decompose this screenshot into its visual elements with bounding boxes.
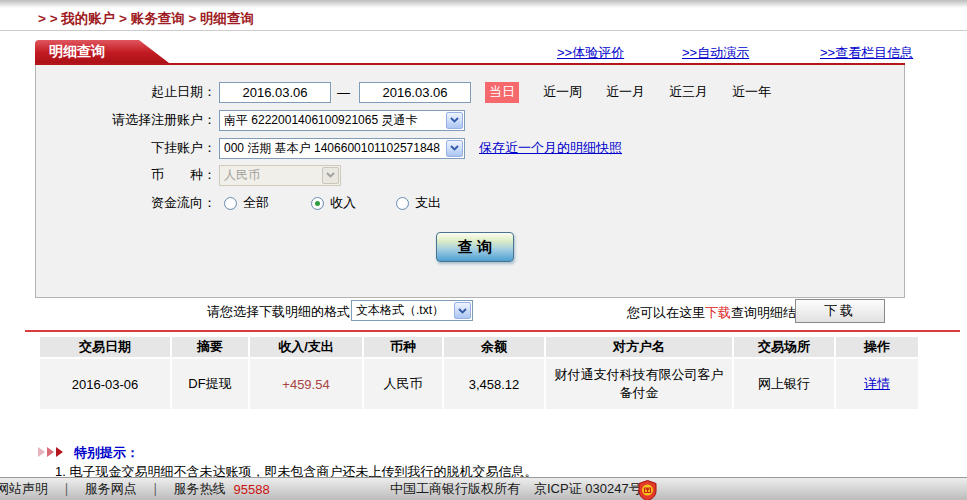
table-header-row: 交易日期 摘要 收入/支出 币种 余额 对方户名 交易场所 操作 bbox=[40, 337, 918, 357]
query-form-panel: 起止日期： — 当日 近一周 近一月 近三月 近一年 请选择注册账户： 南平 6… bbox=[35, 65, 905, 298]
register-account-row: 请选择注册账户： 南平 6222001406100921065 灵通卡 bbox=[36, 109, 465, 131]
col-header-balance: 余额 bbox=[444, 337, 544, 357]
cell-summary: DF提现 bbox=[172, 359, 248, 409]
radio-unchecked-icon bbox=[224, 197, 237, 210]
cell-counterparty: 财付通支付科技有限公司客户备付金 bbox=[546, 359, 732, 409]
download-button[interactable]: 下载 bbox=[795, 299, 885, 323]
footer-link-branches[interactable]: 服务网点 bbox=[85, 480, 137, 498]
divider bbox=[0, 30, 967, 31]
link-auto-demo[interactable]: >>自动演示 bbox=[682, 44, 749, 62]
cell-date: 2016-03-06 bbox=[40, 359, 170, 409]
footer-hotline-label: 服务热线 bbox=[173, 480, 225, 498]
cell-amount: +459.54 bbox=[250, 359, 362, 409]
date-separator: — bbox=[337, 85, 350, 100]
register-account-value: 南平 6222001406100921065 灵通卡 bbox=[220, 112, 445, 129]
download-format-value: 文本格式（.txt） bbox=[352, 302, 453, 319]
register-account-select[interactable]: 南平 6222001406100921065 灵通卡 bbox=[219, 110, 465, 131]
footer-hotline-number: 95588 bbox=[233, 482, 269, 497]
cell-currency: 人民币 bbox=[364, 359, 442, 409]
footer-separator: ｜ bbox=[149, 480, 162, 498]
date-range-label: 起止日期： bbox=[36, 83, 216, 101]
col-header-date: 交易日期 bbox=[40, 337, 170, 357]
flow-option-income[interactable]: 收入 bbox=[311, 194, 356, 212]
fund-flow-row: 资金流向： 全部 收入 支出 bbox=[36, 192, 441, 214]
transaction-table: 交易日期 摘要 收入/支出 币种 余额 对方户名 交易场所 操作 2016-03… bbox=[38, 335, 920, 411]
snapshot-link[interactable]: 保存近一个月的明细快照 bbox=[479, 139, 622, 157]
cell-balance: 3,458.12 bbox=[444, 359, 544, 409]
download-hint-emphasis: 下载 bbox=[705, 305, 731, 320]
sub-account-label: 下挂账户： bbox=[36, 139, 216, 157]
radio-checked-icon bbox=[311, 197, 324, 210]
range-last-week[interactable]: 近一周 bbox=[543, 83, 582, 101]
fund-flow-label: 资金流向： bbox=[36, 194, 216, 212]
breadcrumb: > > 我的账户 > 账务查询 > 明细查询 bbox=[38, 10, 254, 28]
col-header-currency: 币种 bbox=[364, 337, 442, 357]
notice-title: 特别提示： bbox=[74, 444, 139, 462]
footer-separator: ｜ bbox=[60, 480, 73, 498]
notice-arrows-icon bbox=[38, 447, 65, 457]
date-from-input[interactable] bbox=[219, 82, 331, 103]
sub-account-row: 下挂账户： 000 活期 基本户 1406600101102571848 保存近… bbox=[36, 137, 622, 159]
cell-action: 详情 bbox=[836, 359, 918, 409]
link-view-column-info[interactable]: >>查看栏目信息 bbox=[820, 44, 913, 62]
download-format-select[interactable]: 文本格式（.txt） bbox=[351, 300, 473, 321]
range-today-button[interactable]: 当日 bbox=[485, 82, 519, 103]
chevron-down-icon bbox=[454, 302, 471, 319]
currency-select-disabled: 人民币 bbox=[219, 165, 341, 186]
footer-center: 中国工商银行版权所有 京ICP证 030247号 bbox=[390, 480, 642, 498]
radio-unchecked-icon bbox=[396, 197, 409, 210]
footer-copyright: 中国工商银行版权所有 bbox=[390, 480, 520, 498]
col-header-amount: 收入/支出 bbox=[250, 337, 362, 357]
detail-link[interactable]: 详情 bbox=[864, 376, 890, 391]
download-hint-prefix: 您可以在这里 bbox=[627, 305, 705, 320]
date-range-row: 起止日期： — 当日 近一周 近一月 近三月 近一年 bbox=[36, 81, 771, 103]
flow-option-all[interactable]: 全部 bbox=[224, 194, 269, 212]
col-header-channel: 交易场所 bbox=[734, 337, 834, 357]
query-button[interactable]: 查 询 bbox=[436, 232, 514, 262]
chevron-down-icon bbox=[322, 167, 339, 184]
download-hint: 您可以在这里下载查询明细结果 bbox=[627, 304, 809, 322]
table-top-rule bbox=[25, 330, 960, 332]
top-gradient bbox=[0, 0, 967, 8]
date-to-input[interactable] bbox=[359, 82, 471, 103]
sub-account-select[interactable]: 000 活期 基本户 1406600101102571848 bbox=[219, 138, 465, 159]
download-format-label: 请您选择下载明细的格式 bbox=[100, 303, 350, 321]
chevron-down-icon bbox=[446, 112, 463, 129]
footer-icp: 京ICP证 030247号 bbox=[534, 480, 642, 498]
cell-channel: 网上银行 bbox=[734, 359, 834, 409]
range-last-month[interactable]: 近一月 bbox=[606, 83, 645, 101]
range-last-year[interactable]: 近一年 bbox=[732, 83, 771, 101]
col-header-summary: 摘要 bbox=[172, 337, 248, 357]
flow-option-expense[interactable]: 支出 bbox=[396, 194, 441, 212]
register-account-label: 请选择注册账户： bbox=[36, 111, 216, 129]
link-experience-rating[interactable]: >>体验评价 bbox=[557, 44, 624, 62]
tab-detail-query[interactable]: 明细查询 bbox=[35, 40, 169, 63]
col-header-counterparty: 对方户名 bbox=[546, 337, 732, 357]
currency-row: 币 种： 人民币 bbox=[36, 164, 341, 186]
col-header-action: 操作 bbox=[836, 337, 918, 357]
footer-bar: 网站声明 ｜ 服务网点 ｜ 服务热线 95588 中国工商银行版权所有 京ICP… bbox=[0, 477, 967, 500]
currency-value: 人民币 bbox=[220, 167, 321, 184]
security-badge-icon[interactable] bbox=[638, 480, 657, 500]
table-row: 2016-03-06 DF提现 +459.54 人民币 3,458.12 财付通… bbox=[40, 359, 918, 409]
range-last-quarter[interactable]: 近三月 bbox=[669, 83, 708, 101]
transaction-detail-query-page: > > 我的账户 > 账务查询 > 明细查询 明细查询 >>体验评价 >>自动演… bbox=[0, 0, 967, 500]
chevron-down-icon bbox=[446, 140, 463, 157]
currency-label: 币 种： bbox=[36, 166, 216, 184]
footer-left: 网站声明 ｜ 服务网点 ｜ 服务热线 95588 bbox=[0, 480, 270, 498]
sub-account-value: 000 活期 基本户 1406600101102571848 bbox=[220, 140, 445, 157]
footer-link-statement[interactable]: 网站声明 bbox=[0, 480, 48, 498]
